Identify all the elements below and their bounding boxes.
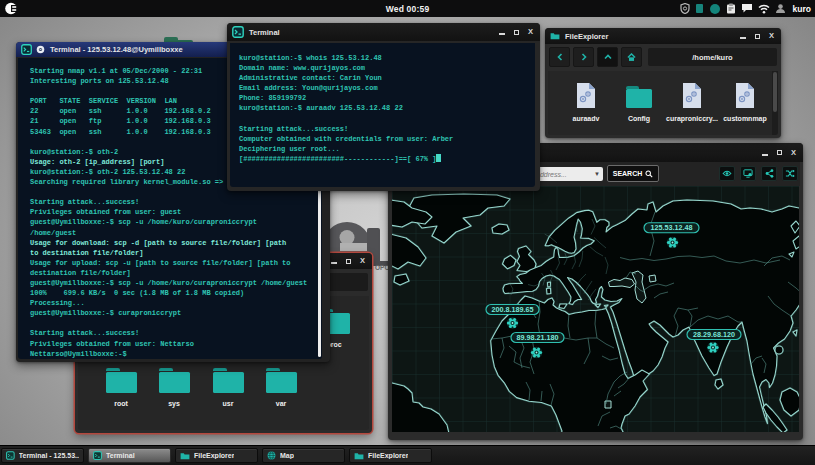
- svg-text:125.53.12.48: 125.53.12.48: [651, 223, 693, 232]
- svg-text:200.8.189.65: 200.8.189.65: [492, 305, 534, 314]
- svg-text:28.29.68.120: 28.29.68.120: [693, 330, 735, 339]
- svg-text:89.98.21.180: 89.98.21.180: [517, 333, 559, 342]
